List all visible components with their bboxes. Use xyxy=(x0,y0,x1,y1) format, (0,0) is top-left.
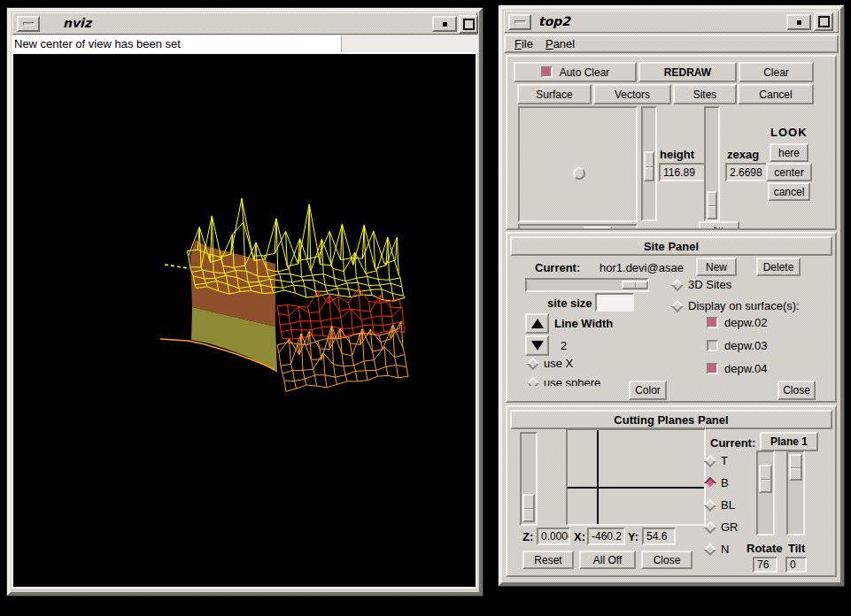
surface-checkbox-label: depw.03 xyxy=(724,339,767,352)
3d-sites-option[interactable]: 3D Sites xyxy=(673,278,731,291)
look-center-button[interactable]: center xyxy=(766,163,812,181)
plane-z-slider-handle[interactable] xyxy=(522,494,535,522)
tilt-input[interactable]: 0 xyxy=(785,557,807,573)
maximize-button[interactable] xyxy=(459,15,478,34)
menu-bar: FilePanel xyxy=(504,35,839,53)
delete-site-button[interactable]: Delete xyxy=(756,258,801,276)
rotate-slider[interactable] xyxy=(756,450,775,535)
rotate-input[interactable]: 76 xyxy=(753,557,778,573)
surface-checkbox-list: depw.02depw.03depw.04 xyxy=(707,316,831,385)
use-sphere-label: use sphere xyxy=(544,376,600,386)
site-size-slider-handle[interactable] xyxy=(622,281,648,289)
clear-button[interactable]: Clear xyxy=(739,62,814,82)
crosshair-vertical xyxy=(597,430,599,524)
surface-option-depw.03[interactable]: depw.03 xyxy=(707,339,831,352)
zexag-slider-handle[interactable] xyxy=(707,191,717,219)
site-size-input[interactable] xyxy=(595,293,634,312)
plane-option-GR[interactable]: GR xyxy=(706,520,759,534)
site-close-button[interactable]: Close xyxy=(778,381,816,400)
site-panel-header: Site Panel xyxy=(510,236,832,256)
plane-reset-button[interactable]: Reset xyxy=(522,551,574,569)
redraw-button[interactable]: REDRAW xyxy=(638,62,737,82)
plane-option-B[interactable]: B xyxy=(706,476,759,489)
auto-clear-button[interactable]: Auto Clear xyxy=(514,62,637,82)
z-input[interactable]: 0.0000 xyxy=(537,527,570,545)
tilt-label: Tilt xyxy=(788,542,805,555)
height-slider-handle[interactable] xyxy=(644,151,654,181)
surface-checkbox[interactable] xyxy=(707,317,718,328)
window-menu-button[interactable] xyxy=(17,16,40,32)
use-x-label: use X xyxy=(544,357,573,370)
render-canvas[interactable] xyxy=(12,52,477,589)
use-x-radio[interactable] xyxy=(527,357,539,369)
plane-option-radio[interactable] xyxy=(704,498,716,511)
cancel-button[interactable]: Cancel xyxy=(738,84,814,104)
x-label: X: xyxy=(574,530,585,543)
top2-titlebar[interactable]: top2 xyxy=(504,11,839,33)
plane-option-BL[interactable]: BL xyxy=(706,498,759,512)
window-menu-button[interactable] xyxy=(508,14,531,30)
surface-button[interactable]: Surface xyxy=(517,84,592,104)
look-here-button[interactable]: here xyxy=(770,143,808,162)
view-x-slider[interactable] xyxy=(518,224,638,230)
view-x-slider-handle[interactable] xyxy=(584,227,612,230)
tilt-slider-handle[interactable] xyxy=(789,454,802,481)
minimize-button[interactable] xyxy=(432,16,457,32)
use-sphere-radio[interactable] xyxy=(529,376,539,386)
plane-option-label: GR xyxy=(721,520,739,534)
surface-checkbox[interactable] xyxy=(707,340,718,351)
plane-option-radio[interactable] xyxy=(704,543,716,555)
tilt-slider[interactable] xyxy=(786,450,805,535)
plane-option-radio[interactable] xyxy=(704,520,716,533)
minimize-button[interactable] xyxy=(786,14,811,30)
maximize-button[interactable] xyxy=(814,12,833,31)
plane-select-button[interactable]: Plane 1 xyxy=(760,432,818,451)
height-label: height xyxy=(660,148,694,161)
view-position-puck[interactable] xyxy=(573,167,585,180)
site-color-button[interactable]: Color xyxy=(629,381,667,400)
auto-clear-label: Auto Clear xyxy=(560,66,610,79)
auto-clear-checkbox[interactable] xyxy=(541,66,553,78)
line-width-up-button[interactable] xyxy=(525,313,549,334)
surface-checkbox-label: depw.04 xyxy=(724,362,767,375)
look-cancel-button[interactable]: cancel xyxy=(768,182,810,201)
view-position-panel[interactable] xyxy=(518,106,638,222)
twist-widget-clipped[interactable]: tw. xyxy=(699,221,739,230)
nviz-titlebar[interactable]: nviz xyxy=(12,12,477,35)
top2-window: top2 FilePanel Auto Clear REDRAW Clear S… xyxy=(499,5,844,586)
display-on-surfaces-option[interactable]: Display on surface(s): xyxy=(673,299,800,312)
vectors-button[interactable]: Vectors xyxy=(593,84,671,104)
menu-file[interactable]: File xyxy=(511,35,537,52)
display-on-surfaces-radio[interactable] xyxy=(671,299,684,312)
plane-option-radio[interactable] xyxy=(704,454,716,466)
surface-checkbox[interactable] xyxy=(707,363,718,374)
use-x-option[interactable]: use X xyxy=(529,357,573,370)
plane-position-panel[interactable] xyxy=(566,428,706,526)
plane-current-label: Current: xyxy=(710,436,755,450)
use-sphere-option-clipped[interactable]: use sphere xyxy=(529,376,635,386)
plane-close-button[interactable]: Close xyxy=(641,551,692,569)
line-width-down-button[interactable] xyxy=(525,335,549,356)
sites-button[interactable]: Sites xyxy=(673,84,737,104)
x-input[interactable]: -460.2 xyxy=(587,527,625,545)
plane-option-T[interactable]: T xyxy=(706,454,759,467)
surface-option-depw.02[interactable]: depw.02 xyxy=(707,316,831,329)
plane-all-off-button[interactable]: All Off xyxy=(579,551,636,569)
y-input[interactable]: 54.6 xyxy=(642,527,676,545)
arrow-up-icon xyxy=(531,319,544,328)
height-slider[interactable] xyxy=(641,106,657,221)
z-label: Z: xyxy=(522,530,533,543)
new-site-button[interactable]: New xyxy=(696,258,737,276)
plane-option-label: B xyxy=(721,476,729,489)
site-size-slider[interactable] xyxy=(525,278,649,292)
current-site-value: hor1.devi@asae xyxy=(600,261,684,274)
plane-z-slider[interactable] xyxy=(520,432,538,526)
rotate-slider-handle[interactable] xyxy=(759,465,772,493)
window-title: top2 xyxy=(538,14,570,28)
maximize-icon xyxy=(463,19,475,30)
surface-option-depw.04[interactable]: depw.04 xyxy=(707,362,831,375)
3d-sites-radio[interactable] xyxy=(671,278,684,290)
plane-option-radio[interactable] xyxy=(704,476,716,489)
zexag-slider[interactable] xyxy=(704,106,720,221)
menu-panel[interactable]: Panel xyxy=(542,35,578,52)
